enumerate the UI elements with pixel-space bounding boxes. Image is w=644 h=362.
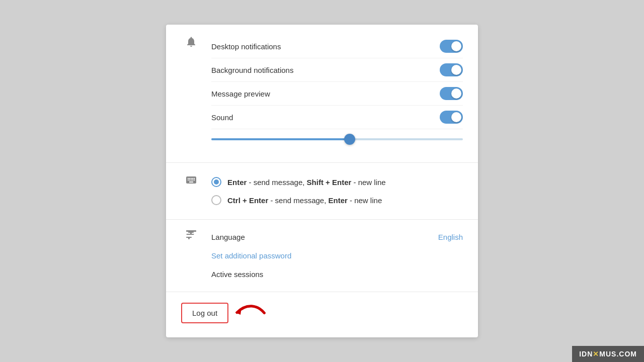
keyboard-content: Enter - send message, Shift + Enter - ne… — [211, 173, 463, 209]
language-label: Language — [211, 233, 245, 241]
sound-toggle[interactable] — [440, 111, 463, 124]
notifications-section: Desktop notifications Background notific… — [166, 25, 478, 163]
language-content: Language English Set additional password… — [211, 228, 463, 284]
message-preview-track[interactable] — [440, 87, 463, 100]
sound-thumb — [451, 112, 461, 122]
sound-label: Sound — [211, 113, 233, 122]
desktop-notifications-track[interactable] — [440, 40, 463, 53]
language-section: Language English Set additional password… — [166, 220, 478, 292]
keyboard-section: Enter - send message, Shift + Enter - ne… — [166, 163, 478, 220]
logout-button[interactable]: Log out — [181, 303, 228, 323]
background-notifications-track[interactable] — [440, 63, 463, 76]
message-preview-thumb — [451, 88, 461, 99]
keyboard-option2-label: Ctrl + Enter - send message, Enter - new… — [227, 196, 382, 205]
background-notifications-label: Background notifications — [211, 66, 293, 74]
message-preview-toggle[interactable] — [440, 87, 463, 100]
radio-option1-button[interactable] — [211, 177, 221, 187]
desktop-notifications-toggle[interactable] — [440, 40, 463, 53]
sound-row: Sound — [211, 106, 463, 129]
language-icon — [181, 228, 201, 241]
logout-button-wrapper: Log out — [181, 300, 269, 325]
watermark-icon: ✕ — [593, 350, 599, 358]
background-notifications-row: Background notifications — [211, 58, 463, 82]
desktop-notifications-label: Desktop notifications — [211, 42, 281, 51]
notifications-content: Desktop notifications Background notific… — [211, 35, 463, 152]
desktop-notifications-thumb — [451, 41, 461, 51]
sound-slider-wrapper[interactable] — [211, 134, 463, 144]
language-value[interactable]: English — [438, 233, 463, 241]
logout-section: Log out — [166, 292, 478, 337]
keyboard-option1: Enter - send message, Shift + Enter - ne… — [211, 173, 463, 191]
background-notifications-toggle[interactable] — [440, 63, 463, 76]
background-notifications-thumb — [451, 65, 461, 75]
keyboard-option2: Ctrl + Enter - send message, Enter - new… — [211, 191, 463, 209]
slider-track-fill — [211, 138, 350, 140]
language-row: Language English — [211, 228, 463, 246]
set-additional-password-link[interactable]: Set additional password — [211, 246, 463, 265]
active-sessions-label: Active sessions — [211, 265, 463, 284]
settings-panel: Desktop notifications Background notific… — [166, 25, 478, 337]
arrow-annotation — [233, 300, 269, 325]
bell-icon — [181, 35, 201, 48]
watermark: IDN✕MUS.COM — [572, 346, 644, 362]
message-preview-row: Message preview — [211, 82, 463, 106]
radio-option2-button[interactable] — [211, 195, 221, 205]
keyboard-option1-label: Enter - send message, Shift + Enter - ne… — [227, 178, 386, 187]
sound-slider-row — [211, 129, 463, 152]
sound-track[interactable] — [440, 111, 463, 124]
slider-thumb[interactable] — [344, 134, 355, 145]
desktop-notifications-row: Desktop notifications — [211, 35, 463, 58]
message-preview-label: Message preview — [211, 89, 270, 98]
keyboard-icon — [181, 173, 201, 186]
